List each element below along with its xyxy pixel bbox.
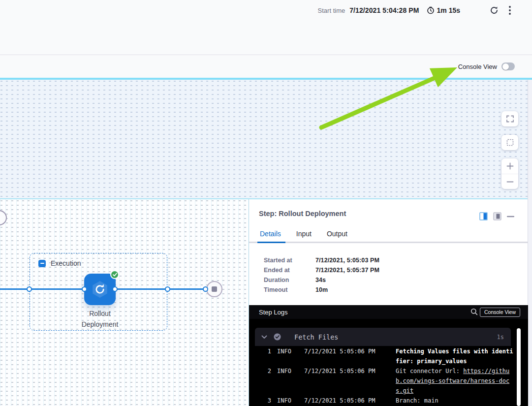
pipeline-execution-page: Start time 7/12/2021 5:04:28 PM 1m 15s bbox=[0, 0, 532, 406]
start-time-value: 7/12/2021 5:04:28 PM bbox=[349, 6, 419, 14]
fullscreen-icon bbox=[506, 115, 514, 123]
log-message: Git connector Url: https://github.com/wi… bbox=[396, 366, 514, 396]
log-line-number: 2 bbox=[255, 366, 271, 376]
log-level: INFO bbox=[277, 396, 298, 406]
node-label: Rollout Deployment bbox=[63, 308, 137, 330]
fullscreen-control bbox=[501, 111, 518, 126]
step-logs-title: Step Logs bbox=[259, 309, 288, 316]
stage-end-node[interactable] bbox=[206, 281, 222, 297]
clock-icon bbox=[427, 6, 435, 14]
detail-value: 7/12/2021, 5:05:03 PM bbox=[315, 257, 379, 264]
minimize-panel-button[interactable] bbox=[507, 216, 514, 218]
refresh-button[interactable] bbox=[489, 5, 500, 16]
tabline bbox=[249, 242, 528, 243]
fit-view-control bbox=[501, 135, 518, 150]
fullscreen-button[interactable] bbox=[501, 111, 518, 126]
active-tab-indicator bbox=[257, 242, 285, 243]
window-scroll-gutter[interactable] bbox=[528, 80, 532, 406]
full-view-icon bbox=[493, 212, 501, 220]
execution-meta-row: Start time 7/12/2021 5:04:28 PM 1m 15s bbox=[318, 4, 512, 17]
node-label-line2: Deployment bbox=[63, 319, 137, 330]
kebab-menu-icon bbox=[508, 5, 511, 15]
console-view-bar: Console View bbox=[0, 56, 532, 78]
fit-to-view-button[interactable] bbox=[501, 135, 518, 150]
log-line-number: 1 bbox=[255, 346, 271, 356]
log-rows: 1 INFO 7/12/2021 5:05:06 PM Fetching Val… bbox=[255, 346, 517, 406]
port-group-in[interactable] bbox=[27, 286, 32, 292]
port-node-in[interactable] bbox=[82, 286, 87, 292]
log-timestamp: 7/12/2021 5:05:06 PM bbox=[304, 346, 390, 356]
detail-value: 7/12/2021, 5:05:37 PM bbox=[315, 267, 379, 274]
log-level: INFO bbox=[277, 346, 298, 356]
rollout-step-icon bbox=[89, 278, 111, 301]
rollout-deployment-node[interactable] bbox=[84, 274, 116, 305]
tab-output[interactable]: Output bbox=[327, 230, 347, 238]
execution-header: Start time 7/12/2021 5:04:28 PM 1m 15s bbox=[0, 0, 532, 55]
stop-icon bbox=[212, 286, 217, 292]
log-row: 1 INFO 7/12/2021 5:05:06 PM Fetching Val… bbox=[255, 346, 517, 366]
step-logs-body: Fetch Files 1s 1 INFO 7/12/2021 5:05:06 … bbox=[249, 319, 528, 406]
plus-icon bbox=[506, 162, 514, 170]
detail-value: 34s bbox=[315, 277, 326, 283]
detail-label: Ended at bbox=[264, 267, 315, 274]
log-group-name: Fetch Files bbox=[294, 333, 338, 341]
port-end-in[interactable] bbox=[203, 286, 208, 292]
pipeline-canvas-upper[interactable] bbox=[0, 80, 532, 198]
console-view-toggle[interactable] bbox=[501, 62, 515, 70]
full-view-button[interactable] bbox=[493, 212, 501, 220]
detail-row-started: Started at 7/12/2021, 5:05:03 PM bbox=[264, 255, 379, 265]
logs-console-view-button[interactable]: Console View bbox=[480, 308, 520, 317]
log-timestamp: 7/12/2021 5:05:06 PM bbox=[304, 366, 390, 376]
panel-tabs: Details Input Output bbox=[260, 230, 347, 238]
port-group-out[interactable] bbox=[165, 286, 170, 292]
panel-layout-controls bbox=[479, 212, 514, 220]
detail-label: Timeout bbox=[264, 286, 315, 293]
more-options-button[interactable] bbox=[507, 4, 512, 16]
log-message: Branch: main bbox=[396, 396, 514, 406]
elapsed-time-wrap: 1m 15s bbox=[427, 6, 460, 14]
log-row: 3 INFO 7/12/2021 5:05:06 PM Branch: main bbox=[255, 396, 517, 406]
step-logs-bar: Step Logs Console View bbox=[249, 305, 528, 319]
console-view-label: Console View bbox=[458, 63, 497, 70]
log-level: INFO bbox=[277, 366, 298, 376]
details-rows: Started at 7/12/2021, 5:05:03 PM Ended a… bbox=[264, 255, 379, 295]
refresh-icon bbox=[490, 6, 499, 15]
port-node-out[interactable] bbox=[112, 286, 118, 292]
chevron-down-icon[interactable] bbox=[261, 335, 267, 339]
zoom-stack-control bbox=[501, 158, 518, 189]
zoom-in-button[interactable] bbox=[501, 158, 518, 174]
tab-input[interactable]: Input bbox=[296, 230, 312, 238]
tab-details[interactable]: Details bbox=[260, 230, 281, 238]
log-scrollbar-thumb[interactable] bbox=[517, 328, 521, 406]
toggle-knob bbox=[502, 63, 509, 70]
detail-value: 10m bbox=[315, 286, 328, 293]
log-message: Fetching Values files with identifier: p… bbox=[396, 346, 514, 366]
minimize-icon bbox=[507, 216, 514, 218]
split-view-icon bbox=[479, 212, 488, 220]
fit-view-icon bbox=[506, 139, 514, 146]
log-search-button[interactable] bbox=[470, 308, 478, 315]
log-timestamp: 7/12/2021 5:05:06 PM bbox=[304, 396, 390, 406]
log-group-header[interactable]: Fetch Files 1s bbox=[255, 328, 511, 346]
split-view-button[interactable] bbox=[479, 212, 488, 220]
detail-label: Duration bbox=[264, 277, 315, 283]
console-toggle-group: Console View bbox=[458, 62, 515, 70]
log-group-success-icon bbox=[274, 333, 281, 341]
detail-row-duration: Duration 34s bbox=[264, 275, 379, 285]
collapse-group-button[interactable] bbox=[38, 260, 46, 267]
log-row: 2 INFO 7/12/2021 5:05:06 PM Git connecto… bbox=[255, 366, 517, 396]
success-badge bbox=[110, 270, 119, 279]
execution-group-header: Execution bbox=[38, 259, 81, 267]
search-icon bbox=[470, 308, 478, 315]
execution-group-label: Execution bbox=[51, 259, 81, 267]
node-label-line1: Rollout bbox=[63, 308, 137, 319]
minus-icon bbox=[506, 178, 514, 186]
log-group-duration: 1s bbox=[497, 334, 504, 341]
step-details-panel: Step: Rollout Deployment D bbox=[249, 199, 528, 406]
check-icon bbox=[113, 273, 117, 277]
log-message-text: Git connector Url: bbox=[396, 368, 463, 375]
start-time-label: Start time bbox=[318, 7, 345, 14]
detail-row-ended: Ended at 7/12/2021, 5:05:37 PM bbox=[264, 265, 379, 275]
log-line-number: 3 bbox=[255, 396, 271, 406]
zoom-out-button[interactable] bbox=[501, 174, 518, 189]
